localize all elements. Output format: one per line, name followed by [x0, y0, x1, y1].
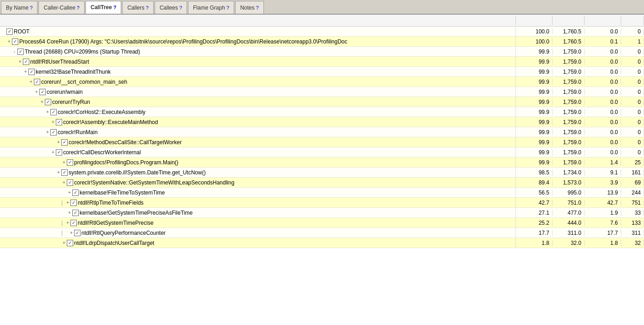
- function-name[interactable]: corerun!wmain: [47, 89, 83, 95]
- expand-icon[interactable]: +: [23, 69, 28, 74]
- row-checkbox[interactable]: [50, 129, 57, 135]
- row-metrics: 99.9 1,759.0 0.0 0: [516, 99, 644, 105]
- row-exc-pct: 0.0: [585, 59, 621, 65]
- expand-icon[interactable]: +: [50, 150, 56, 155]
- function-name[interactable]: coreclr!RunMain: [58, 129, 97, 135]
- row-checkbox[interactable]: [45, 99, 51, 105]
- row-name-cell: + kernelbase!GetSystemTimePreciseAsFileT…: [0, 208, 516, 217]
- row-inc: 1,759.0: [553, 159, 585, 166]
- row-checkbox[interactable]: [39, 89, 46, 95]
- row-name-cell: + coreclr!Assembly::ExecuteMainMethod: [0, 117, 516, 127]
- row-checkbox[interactable]: [23, 59, 29, 65]
- row-metrics: 98.5 1,734.0 9.1 161: [516, 169, 644, 176]
- expand-icon[interactable]: +: [39, 99, 45, 104]
- tab-by-name[interactable]: By Name?: [1, 1, 38, 14]
- expand-icon[interactable]: +: [45, 130, 50, 135]
- expand-icon[interactable]: +: [65, 200, 70, 205]
- main-content: ROOT 100.0 1,760.5 0.0 0 + Process64 Cor…: [0, 15, 644, 325]
- function-name[interactable]: profilingdocs!ProfilingDocs.Program.Main…: [74, 159, 178, 166]
- row-exc: 33: [621, 210, 644, 216]
- expand-icon[interactable]: +: [50, 119, 56, 125]
- function-name[interactable]: Process64 CoreRun (17900) Args: "C:\User…: [19, 38, 347, 45]
- row-checkbox[interactable]: [56, 119, 62, 125]
- row-checkbox[interactable]: [67, 240, 73, 246]
- row-checkbox[interactable]: [67, 159, 73, 166]
- expand-icon[interactable]: +: [56, 170, 61, 175]
- function-name[interactable]: corerun!__scrt_common_main_seh: [41, 79, 127, 85]
- expand-icon[interactable]: +: [69, 230, 74, 235]
- expand-icon[interactable]: +: [61, 180, 67, 185]
- row-checkbox[interactable]: [17, 49, 24, 55]
- row-name-cell: + ntdll!LdrpDispatchUserCallTarget: [0, 238, 516, 248]
- row-metrics: 99.9 1,759.0 0.0 0: [516, 49, 644, 55]
- row-exc-pct: 0.0: [585, 109, 621, 115]
- row-checkbox[interactable]: [61, 139, 68, 146]
- function-name[interactable]: coreclr!Assembly::ExecuteMainMethod: [63, 119, 158, 125]
- expand-icon[interactable]: +: [56, 140, 61, 145]
- tab-callees[interactable]: Callees?: [155, 1, 187, 14]
- function-name[interactable]: coreclr!CorHost2::ExecuteAssembly: [58, 109, 145, 115]
- row-checkbox[interactable]: [70, 200, 77, 206]
- row-checkbox[interactable]: [56, 149, 62, 156]
- function-name[interactable]: kernelbase!FileTimeToSystemTime: [80, 190, 165, 196]
- row-checkbox[interactable]: [28, 69, 35, 75]
- expand-icon[interactable]: +: [61, 240, 67, 245]
- expand-icon[interactable]: -: [12, 49, 17, 54]
- expand-icon[interactable]: +: [67, 190, 72, 195]
- function-name[interactable]: ntdll!RtlpTimeToTimeFields: [78, 200, 144, 206]
- row-exc: 161: [621, 169, 644, 176]
- row-inc-pct: 42.7: [516, 200, 553, 206]
- row-checkbox[interactable]: [70, 220, 77, 226]
- expand-icon[interactable]: +: [65, 220, 70, 225]
- function-name[interactable]: corerun!TryRun: [52, 99, 90, 105]
- expand-icon[interactable]: +: [6, 39, 12, 44]
- row-checkbox[interactable]: [72, 190, 79, 196]
- row-exc: 133: [621, 220, 644, 226]
- row-metrics: 25.2 444.0 7.6 133: [516, 220, 644, 226]
- expand-icon[interactable]: +: [34, 89, 39, 94]
- tab-calltree[interactable]: CallTree?: [86, 1, 121, 14]
- function-name[interactable]: kernelbase!GetSystemTimePreciseAsFileTim…: [80, 210, 193, 216]
- function-name[interactable]: ntdll!RtlGetSystemTimePrecise: [78, 220, 154, 226]
- function-name[interactable]: Thread (26688) CPU=2099ms (Startup Threa…: [25, 49, 140, 55]
- header-inc: [553, 16, 585, 25]
- function-name[interactable]: ntdll!RtlQueryPerformanceCounter: [81, 230, 166, 236]
- function-name[interactable]: ntdll!RtlUserThreadStart: [30, 59, 89, 65]
- function-name[interactable]: ntdll!LdrpDispatchUserCallTarget: [74, 240, 154, 246]
- row-checkbox[interactable]: [74, 230, 80, 236]
- row-exc: 0: [621, 49, 644, 55]
- function-name[interactable]: coreclr!CallDescrWorkerInternal: [63, 149, 141, 156]
- expand-icon[interactable]: +: [45, 109, 50, 114]
- row-checkbox[interactable]: [72, 210, 79, 216]
- expand-icon[interactable]: +: [28, 79, 34, 84]
- row-exc-pct: 0.1: [585, 38, 621, 45]
- row-exc: 244: [621, 190, 644, 196]
- row-checkbox[interactable]: [12, 38, 18, 45]
- expand-icon[interactable]: +: [61, 160, 67, 165]
- row-checkbox[interactable]: [34, 79, 40, 85]
- table-row: + coreclr!MethodDescCallSite::CallTarget…: [0, 137, 644, 147]
- expand-icon[interactable]: +: [67, 210, 72, 215]
- row-checkbox[interactable]: [6, 28, 13, 35]
- function-name[interactable]: coreclr!SystemNative::GetSystemTimeWithL…: [74, 179, 234, 186]
- tab-callers[interactable]: Callers?: [122, 1, 153, 14]
- table-row: + coreclr!RunMain 99.9 1,759.0 0.0 0: [0, 127, 644, 137]
- row-exc: 1: [621, 38, 644, 45]
- tab-caller-callee[interactable]: Caller-Callee?: [38, 1, 84, 14]
- function-name[interactable]: coreclr!MethodDescCallSite::CallTargetWo…: [69, 139, 182, 146]
- row-checkbox[interactable]: [67, 179, 73, 186]
- tab-notes[interactable]: Notes?: [235, 1, 263, 14]
- function-name[interactable]: system.private.corelib.il!System.DateTim…: [69, 169, 206, 176]
- expand-icon[interactable]: +: [17, 59, 23, 64]
- row-metrics: 99.9 1,759.0 0.0 0: [516, 119, 644, 125]
- tab-flame-graph[interactable]: Flame Graph?: [188, 1, 234, 14]
- function-name[interactable]: kernel32!BaseThreadInitThunk: [36, 69, 111, 75]
- row-checkbox[interactable]: [50, 109, 57, 115]
- row-checkbox[interactable]: [61, 169, 68, 176]
- row-exc: 25: [621, 159, 644, 166]
- table-row: + coreclr!Assembly::ExecuteMainMethod 99…: [0, 117, 644, 127]
- row-exc-pct: 0.0: [585, 28, 621, 35]
- table-row: + ntdll!LdrpDispatchUserCallTarget 1.8 3…: [0, 238, 644, 248]
- function-name[interactable]: ROOT: [14, 28, 30, 35]
- table-row: + coreclr!CorHost2::ExecuteAssembly 99.9…: [0, 107, 644, 117]
